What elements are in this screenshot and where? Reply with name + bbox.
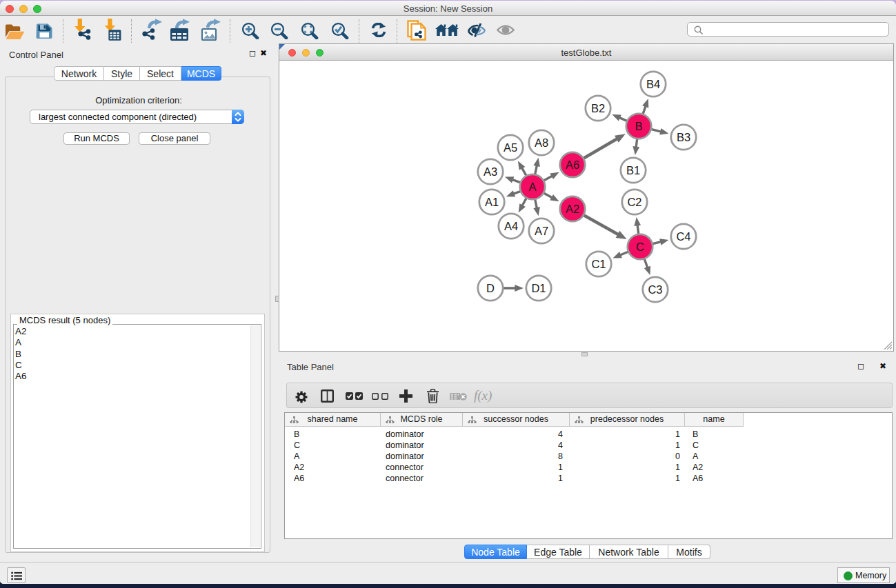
svg-text:D: D (486, 282, 495, 294)
svg-text:B3: B3 (677, 131, 690, 143)
svg-text:A5: A5 (504, 141, 517, 154)
svg-text:C3: C3 (648, 283, 662, 296)
svg-text:C4: C4 (676, 230, 690, 243)
svg-text:A3: A3 (484, 165, 497, 178)
svg-text:B: B (635, 120, 642, 132)
svg-text:C1: C1 (591, 258, 606, 270)
svg-text:D1: D1 (531, 282, 546, 294)
svg-text:C: C (636, 241, 644, 253)
svg-text:A6: A6 (566, 159, 579, 171)
svg-text:B1: B1 (626, 164, 640, 176)
svg-text:A4: A4 (504, 220, 518, 232)
svg-text:A: A (528, 181, 536, 193)
svg-text:A2: A2 (566, 203, 579, 215)
svg-text:A7: A7 (535, 225, 548, 237)
svg-text:A1: A1 (485, 196, 499, 208)
svg-text:B2: B2 (591, 102, 605, 114)
svg-text:B4: B4 (646, 78, 660, 90)
svg-text:C2: C2 (627, 196, 641, 208)
svg-text:A8: A8 (535, 136, 548, 149)
